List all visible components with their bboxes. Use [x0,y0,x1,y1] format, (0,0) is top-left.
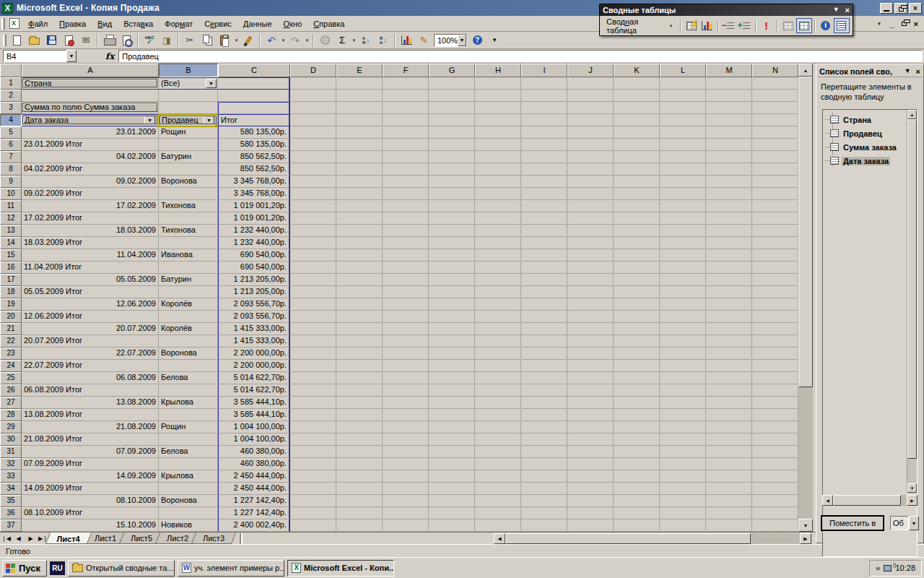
cell-N6[interactable] [752,139,798,151]
cell-D7[interactable] [290,151,336,163]
cell-F16[interactable] [383,262,429,274]
cell-B26[interactable] [159,384,218,397]
cell-N2[interactable] [752,90,798,102]
cell-B4[interactable]: Продавец▼ [159,114,218,126]
cell-D25[interactable] [290,372,336,384]
undo-dropdown-icon[interactable]: ▾ [280,33,287,48]
cell-D22[interactable] [290,335,336,348]
row-header-7[interactable]: 7 [0,151,22,163]
row-header-10[interactable]: 10 [0,188,22,200]
cell-D37[interactable] [290,519,336,532]
cell-K1[interactable] [614,77,660,90]
cell-D36[interactable] [290,507,336,519]
cell-F33[interactable] [383,470,429,483]
area-combo[interactable]: Об ▼ [890,516,919,530]
vertical-scrollbar[interactable]: ▲ ▼ [798,64,813,532]
toolbar-grip[interactable] [3,35,6,46]
cell-I31[interactable] [521,446,567,458]
cell-K22[interactable] [614,335,660,348]
cell-H24[interactable] [475,360,521,372]
cell-G15[interactable] [429,249,475,262]
cell-H20[interactable] [475,311,521,323]
cell-G16[interactable] [429,262,475,274]
cell-N10[interactable] [752,188,798,200]
cell-B13[interactable]: Тихонова [159,225,218,237]
cell-C1[interactable] [218,77,290,90]
cell-E13[interactable] [336,225,383,237]
next-sheet-icon[interactable]: ▶ [25,533,37,544]
cell-L19[interactable] [660,298,706,311]
cell-M16[interactable] [706,262,752,274]
filter-dropdown-icon[interactable]: ▼ [206,79,217,88]
cell-D11[interactable] [290,200,336,212]
cell-A7[interactable]: 04.02.2009 [22,151,159,163]
cell-N29[interactable] [752,421,798,434]
cell-I6[interactable] [521,139,567,151]
row-header-31[interactable]: 31 [0,446,22,458]
cell-D29[interactable] [290,421,336,434]
toolbar-options-icon[interactable]: ▼ [833,6,840,14]
cell-E7[interactable] [336,151,383,163]
cell-B22[interactable] [159,335,218,348]
cell-H16[interactable] [475,262,521,274]
horizontal-scrollbar[interactable]: ◀ ▶ [494,533,811,544]
workbook-close-button[interactable]: × [914,20,918,28]
cell-G29[interactable] [429,421,475,434]
row-header-11[interactable]: 11 [0,200,22,212]
cell-F8[interactable] [383,163,429,176]
row-header-13[interactable]: 13 [0,225,22,237]
cell-M29[interactable] [706,421,752,434]
cell-B24[interactable] [159,360,218,372]
field-settings-icon[interactable]: i [818,18,834,33]
cell-D34[interactable] [290,483,336,495]
cell-I1[interactable] [521,77,567,90]
cell-C3[interactable] [218,102,290,114]
cell-G6[interactable] [429,139,475,151]
save-icon[interactable] [43,33,59,48]
cell-F12[interactable] [383,212,429,225]
cell-G32[interactable] [429,458,475,470]
show-field-list-icon[interactable] [834,18,850,33]
cell-N1[interactable] [752,77,798,90]
row-header-26[interactable]: 26 [0,384,22,397]
cell-E17[interactable] [336,274,383,286]
cell-M19[interactable] [706,298,752,311]
cell-I10[interactable] [521,188,567,200]
cell-F29[interactable] [383,421,429,434]
cell-K2[interactable] [614,90,660,102]
menu-формат[interactable]: Формат [159,17,199,30]
autosum-icon[interactable]: Σ [334,33,350,48]
cell-C27[interactable]: 3 585 444,10р. [218,397,290,409]
cell-M8[interactable] [706,163,752,176]
paste-icon[interactable] [217,33,232,48]
cell-H23[interactable] [475,348,521,360]
cell-J11[interactable] [567,200,614,212]
cell-F9[interactable] [383,176,429,188]
cell-D16[interactable] [290,262,336,274]
add-to-button[interactable]: Поместить в [821,515,884,531]
cell-J33[interactable] [567,470,614,483]
cell-M14[interactable] [706,237,752,249]
cell-A32[interactable]: 07.09.2009 Итог [22,458,159,470]
row-header-33[interactable]: 33 [0,470,22,483]
cell-F14[interactable] [383,237,429,249]
cell-K29[interactable] [614,421,660,434]
cell-L34[interactable] [660,483,706,495]
scroll-left-icon[interactable]: ◀ [494,533,505,544]
cell-B25[interactable]: Белова [159,372,218,384]
cell-I9[interactable] [521,176,567,188]
cell-J16[interactable] [567,262,614,274]
cell-J30[interactable] [567,434,614,446]
cell-M33[interactable] [706,470,752,483]
cell-F32[interactable] [383,458,429,470]
cell-A35[interactable]: 08.10.2009 [22,495,159,507]
cell-J8[interactable] [567,163,614,176]
include-hidden-items-icon[interactable] [780,18,796,33]
cell-C6[interactable]: 580 135,00р. [218,139,290,151]
cell-M30[interactable] [706,434,752,446]
cell-N17[interactable] [752,274,798,286]
cell-M7[interactable] [706,151,752,163]
cell-B11[interactable]: Тихонова [159,200,218,212]
cell-H5[interactable] [475,126,521,139]
cell-K37[interactable] [614,519,660,532]
